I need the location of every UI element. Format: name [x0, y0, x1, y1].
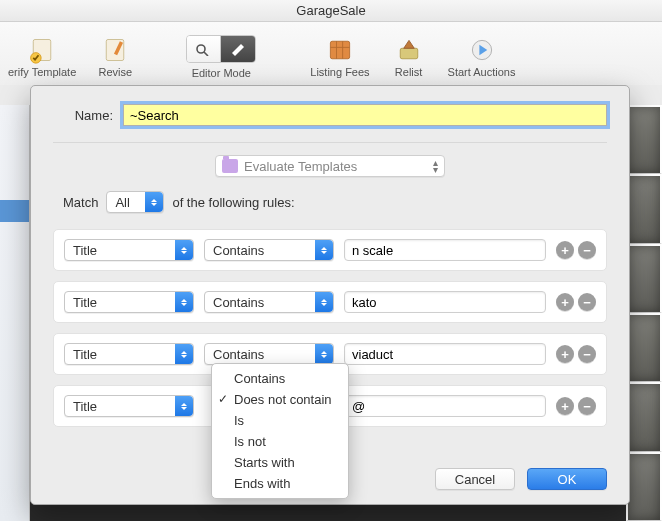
rule-operator-value: Contains: [213, 295, 264, 310]
toolbar: erify Template Revise Editor Mode Listin…: [0, 22, 662, 85]
name-label: Name:: [53, 108, 113, 123]
start-auctions-icon: [466, 34, 498, 66]
add-rule-button[interactable]: +: [556, 241, 574, 259]
rule-value-input[interactable]: [344, 239, 546, 261]
edit-mode-icon[interactable]: [221, 36, 255, 62]
toolbar-listing-fees[interactable]: Listing Fees: [302, 30, 377, 78]
remove-rule-button[interactable]: −: [578, 397, 596, 415]
toolbar-verify[interactable]: erify Template: [0, 30, 84, 78]
svg-rect-6: [330, 41, 349, 59]
chevron-updown-icon: [175, 292, 193, 312]
rule-operator-select[interactable]: Contains: [204, 343, 334, 365]
chevron-updown-icon: [315, 344, 333, 364]
operator-dropdown-menu: Contains Does not contain Is Is not Star…: [211, 363, 349, 499]
add-rule-button[interactable]: +: [556, 293, 574, 311]
rule-value-input[interactable]: [344, 343, 546, 365]
rule-field-value: Title: [73, 243, 97, 258]
svg-rect-10: [400, 48, 418, 59]
relist-icon: [393, 34, 425, 66]
match-prefix: Match: [63, 195, 98, 210]
verify-icon: [26, 34, 58, 66]
dropdown-item[interactable]: Is: [212, 410, 348, 431]
toolbar-editor-mode[interactable]: Editor Mode: [186, 29, 256, 79]
rule-row: Title Contains + −: [53, 229, 607, 271]
rule-field-select[interactable]: Title: [64, 395, 194, 417]
name-row: Name:: [53, 104, 607, 126]
rules-list: Title Contains + − Title Contains: [53, 229, 607, 437]
dropdown-item[interactable]: Does not contain: [212, 389, 348, 410]
rule-field-select[interactable]: Title: [64, 343, 194, 365]
chevron-updown-icon: [175, 396, 193, 416]
rule-field-value: Title: [73, 295, 97, 310]
toolbar-verify-label: erify Template: [8, 66, 76, 78]
match-row: Match All of the following rules:: [53, 191, 607, 213]
rule-field-select[interactable]: Title: [64, 239, 194, 261]
thumbnail[interactable]: [626, 452, 662, 521]
rule-field-select[interactable]: Title: [64, 291, 194, 313]
toolbar-relist[interactable]: Relist: [384, 30, 434, 78]
add-rule-button[interactable]: +: [556, 345, 574, 363]
remove-rule-button[interactable]: −: [578, 241, 596, 259]
folder-icon: [222, 159, 238, 173]
thumbnail[interactable]: [626, 382, 662, 451]
remove-rule-button[interactable]: −: [578, 345, 596, 363]
listing-fees-icon: [324, 34, 356, 66]
chevron-updown-icon: ▴▾: [433, 159, 438, 173]
toolbar-revise-label: Revise: [98, 66, 132, 78]
chevron-updown-icon: [315, 292, 333, 312]
dropdown-item[interactable]: Is not: [212, 431, 348, 452]
chevron-updown-icon: [145, 192, 163, 212]
sidebar: [0, 105, 30, 521]
dropdown-item[interactable]: Ends with: [212, 473, 348, 494]
rule-operator-select[interactable]: Contains: [204, 239, 334, 261]
rule-operator-value: Contains: [213, 243, 264, 258]
toolbar-start-auctions[interactable]: Start Auctions: [440, 30, 524, 78]
toolbar-editor-mode-label: Editor Mode: [192, 67, 251, 79]
rule-field-value: Title: [73, 399, 97, 414]
rule-operator-select[interactable]: Contains: [204, 291, 334, 313]
add-rule-button[interactable]: +: [556, 397, 574, 415]
title-text: GarageSale: [296, 3, 365, 18]
match-mode-select[interactable]: All: [106, 191, 164, 213]
svg-point-4: [197, 45, 205, 53]
match-mode-value: All: [115, 195, 129, 210]
thumbnail-strip: [626, 105, 662, 521]
svg-line-5: [204, 52, 208, 56]
dropdown-item[interactable]: Starts with: [212, 452, 348, 473]
evaluate-label: Evaluate Templates: [244, 159, 427, 174]
name-input[interactable]: [123, 104, 607, 126]
chevron-updown-icon: [315, 240, 333, 260]
toolbar-listing-fees-label: Listing Fees: [310, 66, 369, 78]
dropdown-item[interactable]: Contains: [212, 368, 348, 389]
match-suffix: of the following rules:: [172, 195, 294, 210]
thumbnail[interactable]: [626, 244, 662, 313]
chevron-updown-icon: [175, 240, 193, 260]
thumbnail[interactable]: [626, 174, 662, 243]
window-title: GarageSale: [0, 0, 662, 22]
remove-rule-button[interactable]: −: [578, 293, 596, 311]
rule-value-input[interactable]: [344, 395, 546, 417]
toolbar-relist-label: Relist: [395, 66, 423, 78]
rule-operator-value: Contains: [213, 347, 264, 362]
rule-field-value: Title: [73, 347, 97, 362]
cancel-button[interactable]: Cancel: [435, 468, 515, 490]
rule-row: Title Contains + −: [53, 281, 607, 323]
thumbnail[interactable]: [626, 313, 662, 382]
evaluate-popup[interactable]: Evaluate Templates ▴▾: [215, 155, 445, 177]
rule-row: Title Contains + − Contains Does not con…: [53, 333, 607, 375]
toolbar-start-auctions-label: Start Auctions: [448, 66, 516, 78]
sidebar-selected-item[interactable]: [0, 200, 29, 222]
chevron-updown-icon: [175, 344, 193, 364]
rule-value-input[interactable]: [344, 291, 546, 313]
toolbar-revise[interactable]: Revise: [90, 30, 140, 78]
thumbnail[interactable]: [626, 105, 662, 174]
preview-mode-icon[interactable]: [187, 36, 221, 62]
ok-button[interactable]: OK: [527, 468, 607, 490]
divider: [53, 142, 607, 143]
smart-folder-sheet: Name: Evaluate Templates ▴▾ Match All of…: [30, 85, 630, 505]
revise-icon: [99, 34, 131, 66]
